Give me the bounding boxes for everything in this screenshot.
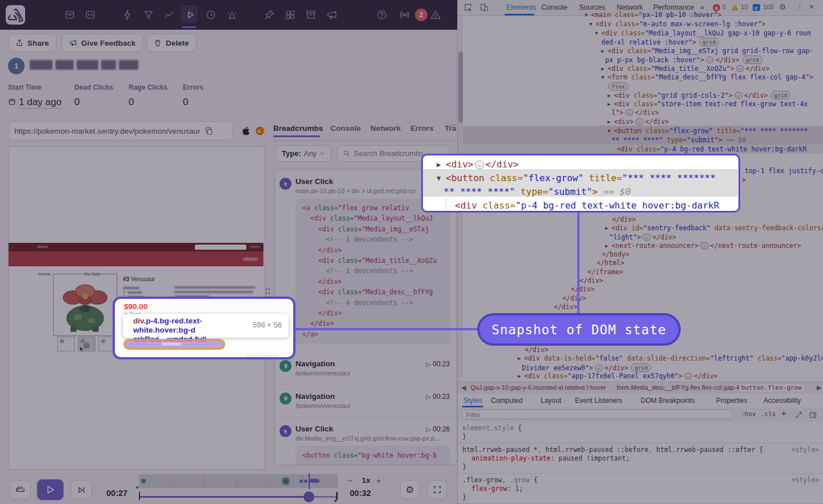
snapshot-annotation-badge: Snapshot of DOM state — [477, 313, 681, 346]
code-token: <div> — [446, 159, 473, 170]
code-token: "flex-grow" — [523, 173, 584, 183]
dim-overlay — [0, 0, 823, 504]
code-token: type= — [515, 186, 548, 197]
code-token: title= — [584, 173, 622, 183]
code-token: ▶ — [437, 158, 446, 171]
connector-line-vertical — [577, 212, 580, 315]
screenshot-root: 2 Share Give Feedback Delete 1 Start Tim… — [0, 0, 823, 504]
ellipsis-pill[interactable]: … — [475, 161, 484, 169]
popup-code-line[interactable]: ▶<div>…</div> — [423, 158, 740, 171]
code-token: class= — [484, 173, 522, 183]
code-token: ▼ — [437, 171, 446, 185]
code-token: > — [592, 186, 598, 197]
connector-line-horizontal — [293, 328, 480, 330]
code-token: class= — [477, 200, 516, 211]
snapshot-annotation-label: Snapshot of DOM state — [492, 322, 666, 337]
code-token: <div — [455, 200, 477, 211]
popup-code-line[interactable]: ▼<button class="flex-grow" title="*** **… — [423, 171, 740, 185]
page-more-button — [245, 354, 279, 359]
inspect-tooltip: div.p-4.bg-red.text-white.hover:bg-darkR… — [123, 314, 289, 338]
code-token: "p-4 bg-red text-white hover:bg-darkR — [516, 200, 719, 211]
popup-code-line[interactable]: <div class="p-4 bg-red text-white hover:… — [423, 199, 740, 213]
code-token: </div> — [486, 159, 519, 170]
code-token: <button — [446, 173, 484, 183]
code-token: "submit" — [548, 186, 592, 197]
code-token: "*** **** ******* — [622, 173, 716, 183]
dom-snapshot-callout: ▶<div>…</div>▼<button class="flex-grow" … — [421, 154, 740, 213]
code-token: == $0 — [598, 186, 631, 197]
product-price: $90.00 — [124, 302, 147, 311]
highlighted-button-overlay — [123, 339, 225, 350]
tooltip-dimensions: 598 × 56 — [253, 321, 282, 329]
code-token: ** **** ****" — [444, 186, 515, 197]
popup-code-line[interactable]: ** **** ****" type="submit"> == $0 — [423, 185, 740, 199]
element-tooltip-callout: $90.00 In Stock div.p-4.bg-red.text-whit… — [113, 297, 295, 359]
